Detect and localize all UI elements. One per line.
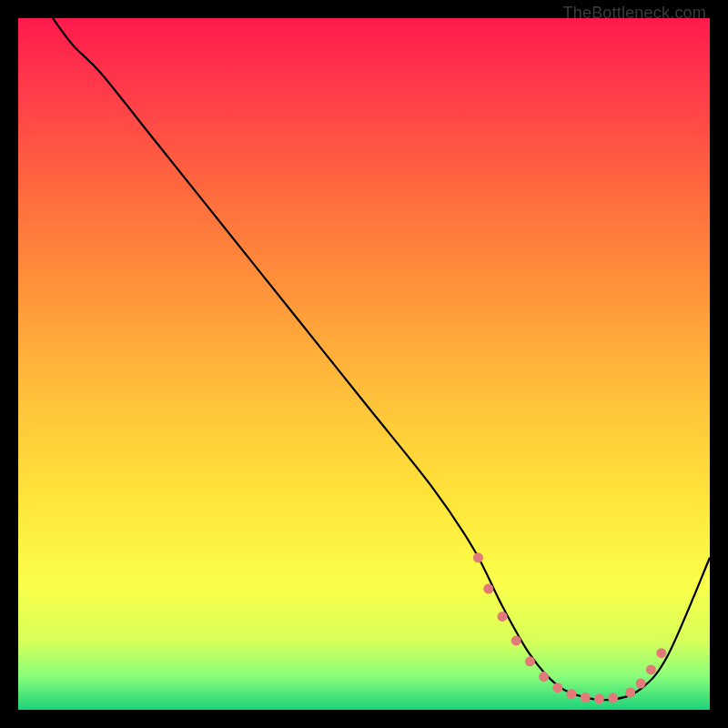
highlight-marker (646, 664, 656, 674)
plot-area (18, 18, 710, 710)
highlight-marker (511, 636, 521, 646)
highlight-marker (567, 689, 577, 699)
highlight-marker (552, 682, 562, 693)
highlight-marker (473, 552, 483, 562)
chart-svg (18, 18, 710, 710)
attribution-text: TheBottleneck.com (563, 4, 706, 23)
highlight-marker (498, 612, 508, 622)
gradient-background (18, 18, 710, 710)
highlight-marker (581, 693, 591, 703)
highlight-marker (636, 679, 646, 689)
highlight-marker (594, 693, 604, 703)
highlight-marker (539, 672, 549, 682)
highlight-marker (625, 688, 635, 698)
chart-frame: TheBottleneck.com (0, 0, 728, 728)
highlight-marker (608, 693, 618, 703)
highlight-marker (525, 656, 535, 666)
highlight-marker (656, 648, 666, 658)
highlight-marker (483, 584, 493, 594)
